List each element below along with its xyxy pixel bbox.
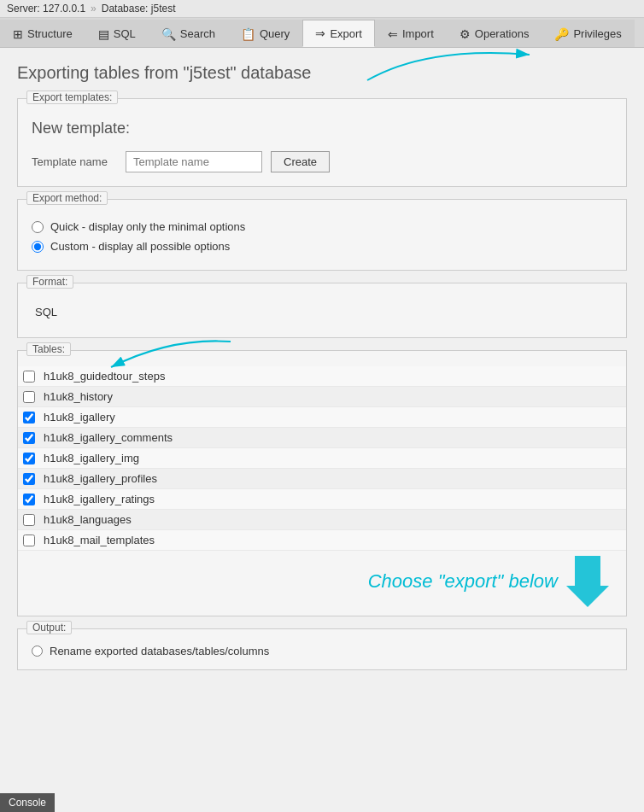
table-name: h1uk8_history <box>44 390 113 403</box>
export-templates-body: New template: Template name Create <box>18 99 626 186</box>
search-icon: 🔍 <box>161 27 176 41</box>
server-label: Server: 127.0.0.1 <box>7 3 85 15</box>
export-icon: ⇒ <box>315 26 325 40</box>
import-icon: ⇐ <box>388 27 398 41</box>
table-row: h1uk8_history <box>18 387 626 407</box>
export-templates-legend: Export templates: <box>26 91 118 104</box>
quick-radio[interactable] <box>32 221 44 233</box>
tab-query-label: Query <box>260 27 290 40</box>
annotation-text: Choose "export" below <box>368 570 558 593</box>
svg-marker-2 <box>566 556 609 607</box>
table-row: h1uk8_guidedtour_steps <box>18 366 626 387</box>
tab-operations[interactable]: ⚙ Operations <box>447 20 542 47</box>
database-label: Database: j5test <box>102 3 176 15</box>
rename-label: Rename exported databases/tables/columns <box>50 645 269 657</box>
tab-structure-label: Structure <box>27 27 73 40</box>
table-name: h1uk8_languages <box>44 513 132 526</box>
query-icon: 📋 <box>241 27 255 41</box>
tab-privileges[interactable]: 🔑 Privileges <box>542 20 634 47</box>
export-templates-section: Export templates: New template: Template… <box>17 98 627 187</box>
tab-export[interactable]: ⇒ Export <box>302 20 375 47</box>
rename-row: Rename exported databases/tables/columns <box>32 641 612 661</box>
format-value: SQL <box>32 301 612 324</box>
tables-body: h1uk8_guidedtour_steps h1uk8_history h1u… <box>18 351 626 616</box>
table-checkbox[interactable] <box>23 473 35 485</box>
table-name: h1uk8_igallery_ratings <box>44 493 155 505</box>
table-name: h1uk8_mail_templates <box>44 534 155 546</box>
table-row: h1uk8_igallery_img <box>18 448 626 469</box>
tab-structure[interactable]: ⊞ Structure <box>0 20 85 47</box>
table-checkbox[interactable] <box>23 494 35 505</box>
create-button[interactable]: Create <box>271 151 330 172</box>
export-method-section: Export method: Quick - display only the … <box>17 199 627 271</box>
table-name: h1uk8_igallery_profiles <box>44 472 157 485</box>
tables-legend: Tables: <box>26 342 71 356</box>
console-label: Console <box>9 797 46 799</box>
table-name: h1uk8_igallery_img <box>44 452 139 464</box>
privileges-icon: 🔑 <box>554 27 569 41</box>
page-title: Exporting tables from "j5test" database <box>17 63 627 83</box>
tab-import-label: Import <box>402 27 434 40</box>
separator-1: » <box>91 3 97 15</box>
structure-icon: ⊞ <box>13 27 23 41</box>
export-method-body: Quick - display only the minimal options… <box>18 200 626 270</box>
tab-privileges-label: Privileges <box>573 27 621 40</box>
quick-label: Quick - display only the minimal options <box>50 220 245 233</box>
custom-option[interactable]: Custom - display all possible options <box>32 240 612 253</box>
quick-option[interactable]: Quick - display only the minimal options <box>32 220 612 233</box>
tab-query[interactable]: 📋 Query <box>228 20 302 47</box>
template-name-input[interactable] <box>126 151 262 172</box>
annotation-area: Choose "export" below <box>18 551 626 616</box>
custom-label: Custom - display all possible options <box>50 240 230 253</box>
tab-search-label: Search <box>180 27 215 40</box>
tab-search[interactable]: 🔍 Search <box>149 20 228 47</box>
table-checkbox[interactable] <box>23 371 35 383</box>
table-name: h1uk8_igallery_comments <box>44 431 173 444</box>
tab-export-label: Export <box>330 27 362 40</box>
tab-operations-label: Operations <box>475 27 530 40</box>
table-name: h1uk8_guidedtour_steps <box>44 370 165 383</box>
page-content: Exporting tables from "j5test" database … <box>0 48 644 799</box>
format-section: Format: SQL <box>17 283 627 338</box>
format-body: SQL <box>18 283 626 337</box>
table-checkbox[interactable] <box>23 432 35 444</box>
table-row: h1uk8_igallery <box>18 407 626 428</box>
output-body: Rename exported databases/tables/columns <box>18 629 626 669</box>
nav-tabs: ⊞ Structure ▤ SQL 🔍 Search 📋 Query ⇒ Exp… <box>0 18 644 48</box>
title-bar: Server: 127.0.0.1 » Database: j5test <box>0 0 644 18</box>
down-arrow-icon <box>566 556 609 607</box>
table-name: h1uk8_igallery <box>44 411 115 424</box>
export-method-legend: Export method: <box>26 191 108 205</box>
tab-import[interactable]: ⇐ Import <box>375 20 447 47</box>
template-name-label: Template name <box>32 155 117 168</box>
rename-radio[interactable] <box>32 646 43 657</box>
tables-section: Tables: h1uk8_guidedtour_steps h1uk8_his… <box>17 350 627 616</box>
console-bar[interactable]: Console <box>0 793 55 799</box>
tab-sql[interactable]: ▤ SQL <box>85 20 149 47</box>
tables-list: h1uk8_guidedtour_steps h1uk8_history h1u… <box>18 366 626 551</box>
table-row: h1uk8_languages <box>18 510 626 530</box>
new-template-title: New template: <box>32 116 612 137</box>
format-legend: Format: <box>26 275 73 289</box>
operations-icon: ⚙ <box>460 27 471 41</box>
table-checkbox[interactable] <box>23 391 35 403</box>
table-checkbox[interactable] <box>23 535 35 546</box>
tab-sql-label: SQL <box>114 27 136 40</box>
table-checkbox[interactable] <box>23 453 35 464</box>
sql-icon: ▤ <box>98 27 109 41</box>
output-legend: Output: <box>26 621 72 634</box>
table-checkbox[interactable] <box>23 514 35 526</box>
custom-radio[interactable] <box>32 241 44 253</box>
table-row: h1uk8_igallery_profiles <box>18 469 626 489</box>
table-checkbox[interactable] <box>23 412 35 424</box>
table-row: h1uk8_mail_templates <box>18 530 626 551</box>
template-name-row: Template name Create <box>32 151 612 172</box>
export-method-radio-group: Quick - display only the minimal options… <box>32 217 612 256</box>
output-section: Output: Rename exported databases/tables… <box>17 628 627 670</box>
table-row: h1uk8_igallery_comments <box>18 428 626 448</box>
table-row: h1uk8_igallery_ratings <box>18 489 626 510</box>
